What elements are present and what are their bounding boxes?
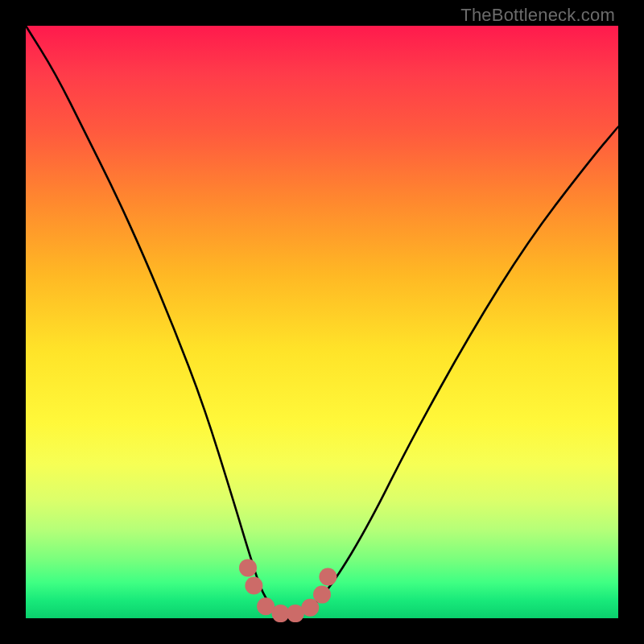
highlight-dot xyxy=(313,586,331,604)
highlight-dot xyxy=(245,577,262,595)
curve-svg xyxy=(26,26,618,618)
highlight-dots xyxy=(239,559,336,622)
highlight-dot xyxy=(319,568,336,586)
chart-frame: TheBottleneck.com xyxy=(0,0,644,644)
plot-area xyxy=(26,26,618,618)
highlight-dot xyxy=(301,599,319,617)
watermark-text: TheBottleneck.com xyxy=(460,5,615,26)
highlight-dot xyxy=(239,559,257,576)
bottleneck-curve xyxy=(26,26,618,615)
